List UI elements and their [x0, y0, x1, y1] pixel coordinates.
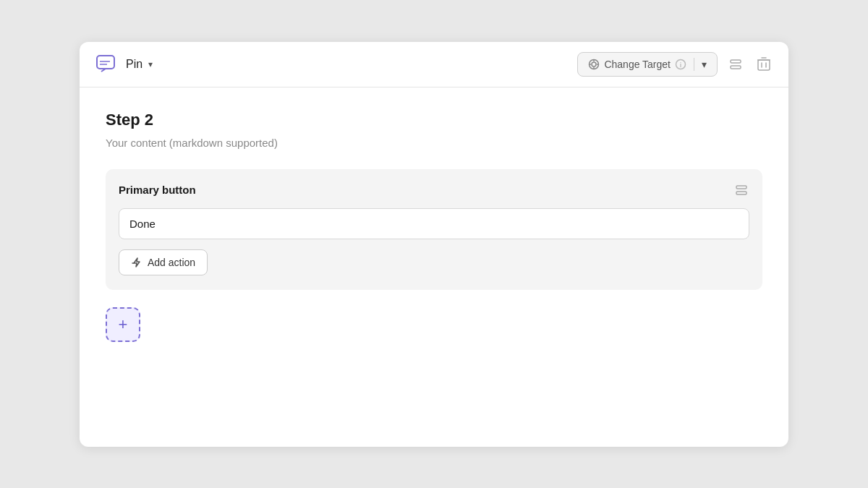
change-target-chevron-icon: ▾ [702, 59, 707, 70]
svg-rect-0 [97, 56, 114, 69]
add-action-button[interactable]: Add action [119, 249, 208, 275]
svg-rect-12 [731, 60, 741, 63]
warning-icon: i [675, 59, 686, 70]
step-title: Step 2 [106, 111, 762, 129]
svg-point-5 [592, 62, 596, 67]
svg-text:i: i [680, 61, 682, 69]
pin-chevron-icon[interactable]: ▾ [148, 59, 153, 69]
layers-icon [728, 56, 744, 72]
change-target-button[interactable]: Change Target i ▾ [577, 52, 718, 77]
trash-icon [757, 56, 771, 72]
primary-button-section: Primary button Add action [106, 169, 762, 290]
section-title: Primary button [119, 184, 196, 196]
toolbar: Pin ▾ Change Target i [80, 42, 788, 87]
content-area: Step 2 Your content (markdown supported)… [80, 87, 788, 368]
target-icon [588, 59, 600, 70]
toolbar-left: Pin ▾ [94, 53, 153, 75]
section-layers-icon [733, 182, 749, 198]
svg-rect-13 [731, 66, 741, 69]
btn-divider [694, 58, 694, 71]
change-target-label: Change Target [604, 59, 671, 70]
svg-rect-20 [736, 192, 746, 194]
svg-rect-14 [758, 60, 770, 70]
add-block-button[interactable]: + [106, 307, 140, 342]
section-layers-button[interactable] [733, 182, 749, 198]
add-action-icon [131, 257, 142, 268]
delete-button[interactable] [754, 53, 774, 75]
svg-rect-19 [736, 186, 746, 189]
pin-icon [94, 53, 120, 75]
main-card: Pin ▾ Change Target i [80, 42, 788, 447]
primary-button-input[interactable] [119, 208, 749, 239]
pin-label: Pin [126, 58, 142, 71]
add-block-icon: + [119, 315, 128, 334]
step-subtitle: Your content (markdown supported) [106, 137, 762, 149]
layers-button[interactable] [725, 53, 746, 75]
section-header: Primary button [119, 182, 749, 198]
add-action-label: Add action [148, 257, 195, 268]
toolbar-right: Change Target i ▾ [577, 52, 774, 77]
